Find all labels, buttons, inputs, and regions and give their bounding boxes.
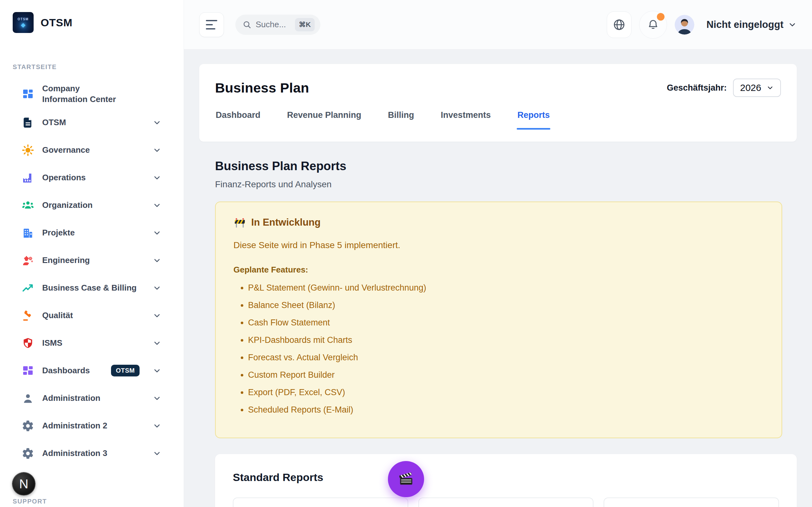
sidebar-item-projekte[interactable]: Projekte bbox=[13, 223, 184, 243]
sidebar: OTSM OTSM STARTSEITE Company Information… bbox=[0, 0, 184, 507]
sidebar-item-business-case-billing[interactable]: Business Case & Billing bbox=[13, 278, 184, 298]
gear-icon bbox=[21, 419, 34, 432]
tab-revenue-planning[interactable]: Revenue Planning bbox=[287, 110, 362, 130]
sidebar-toggle-button[interactable] bbox=[199, 12, 224, 37]
report-card[interactable] bbox=[418, 498, 594, 507]
tab-reports[interactable]: Reports bbox=[517, 110, 550, 130]
main-column: ⌘K Nicht eingeloggt Business Plan bbox=[184, 0, 812, 507]
app-window: OTSM OTSM STARTSEITE Company Information… bbox=[0, 0, 812, 507]
tab-dashboard[interactable]: Dashboard bbox=[215, 110, 261, 130]
topbar: ⌘K Nicht eingeloggt bbox=[184, 0, 812, 49]
sidebar-item-dashboards[interactable]: Dashboards OTSM bbox=[13, 361, 184, 381]
construction-icon bbox=[234, 216, 246, 229]
notification-dot bbox=[657, 13, 664, 20]
content-area: Business Plan Geschäftsjahr: 2026 Dashbo… bbox=[184, 49, 812, 507]
user-menu[interactable]: Nicht eingeloggt bbox=[706, 19, 797, 31]
sidebar-item-qualit-t[interactable]: Qualität bbox=[13, 306, 184, 326]
report-card[interactable]: $ bbox=[604, 498, 779, 507]
fab-clapperboard-button[interactable] bbox=[388, 461, 424, 497]
chevron-down-icon bbox=[153, 284, 161, 292]
grid-purple-icon bbox=[21, 364, 34, 377]
otsm-badge: OTSM bbox=[111, 365, 140, 377]
chevron-down-icon bbox=[153, 146, 161, 155]
feature-item: Export (PDF, Excel, CSV) bbox=[248, 388, 764, 397]
chevron-down-icon bbox=[153, 394, 161, 403]
clapperboard-icon bbox=[397, 470, 415, 488]
sidebar-item-administration-3[interactable]: Administration 3 bbox=[13, 444, 184, 463]
language-button[interactable] bbox=[607, 11, 631, 38]
sidebar-item-operations[interactable]: Operations bbox=[13, 168, 184, 187]
feature-item: KPI-Dashboards mit Charts bbox=[248, 335, 764, 345]
sidebar-item-isms[interactable]: ISMS bbox=[13, 333, 184, 353]
reports-heading: Business Plan Reports bbox=[215, 159, 796, 173]
person-icon bbox=[21, 392, 34, 405]
in-development-notice: In Entwicklung Diese Seite wird in Phase… bbox=[215, 202, 782, 438]
notice-body: Diese Seite wird in Phase 5 implementier… bbox=[234, 240, 764, 250]
engineer-icon bbox=[21, 254, 34, 267]
business-plan-card: Business Plan Geschäftsjahr: 2026 Dashbo… bbox=[199, 64, 797, 142]
chevron-down-icon bbox=[153, 118, 161, 127]
bell-icon bbox=[647, 18, 659, 31]
user-photo-icon bbox=[675, 15, 694, 35]
notice-title: In Entwicklung bbox=[251, 217, 321, 228]
search-shortcut-badge: ⌘K bbox=[295, 18, 315, 32]
features-label: Geplante Features: bbox=[234, 265, 764, 275]
menu-icon bbox=[206, 20, 217, 21]
sidebar-item-engineering[interactable]: Engineering bbox=[13, 250, 184, 270]
chevron-down-icon bbox=[153, 421, 161, 430]
shield-icon bbox=[21, 337, 34, 349]
brand-name: OTSM bbox=[41, 16, 72, 29]
avatar[interactable] bbox=[675, 15, 694, 35]
search-box[interactable]: ⌘K bbox=[235, 14, 320, 35]
reports-subheading: Finanz-Reports und Analysen bbox=[215, 179, 796, 189]
people-icon bbox=[21, 199, 34, 212]
search-icon bbox=[242, 20, 252, 30]
fiscal-year-label: Geschäftsjahr: bbox=[667, 83, 727, 93]
chevron-down-icon bbox=[788, 20, 797, 29]
feature-item: Balance Sheet (Bilanz) bbox=[248, 300, 764, 310]
chevron-down-icon bbox=[153, 228, 161, 237]
standard-reports-heading: Standard Reports bbox=[233, 471, 779, 484]
fiscal-year-value: 2026 bbox=[740, 82, 761, 93]
gear-icon bbox=[21, 447, 34, 460]
feature-item: Cash Flow Statement bbox=[248, 318, 764, 328]
fiscal-year-select[interactable]: 2026 bbox=[733, 78, 781, 97]
feature-item: Forecast vs. Actual Vergleich bbox=[248, 353, 764, 362]
tab-investments[interactable]: Investments bbox=[440, 110, 492, 130]
chevron-down-icon bbox=[153, 366, 161, 375]
globe-icon bbox=[612, 18, 626, 32]
chevron-down-icon bbox=[153, 256, 161, 265]
notifications-button[interactable] bbox=[639, 11, 667, 39]
report-card[interactable] bbox=[233, 498, 408, 507]
tab-billing[interactable]: Billing bbox=[387, 110, 415, 130]
sidebar-item-otsm[interactable]: OTSM bbox=[13, 113, 184, 132]
sidebar-item-company-information-center[interactable]: Company Information Center bbox=[13, 83, 184, 105]
sidebar-item-organization[interactable]: Organization bbox=[13, 195, 184, 215]
brand-row[interactable]: OTSM OTSM bbox=[0, 0, 184, 33]
search-input[interactable] bbox=[256, 20, 291, 30]
otsm-logo: OTSM bbox=[13, 12, 34, 33]
chevron-down-icon bbox=[153, 449, 161, 458]
building-icon bbox=[21, 227, 34, 239]
logo-text: OTSM bbox=[18, 17, 29, 21]
feature-item: P&L Statement (Gewinn- und Verlustrechnu… bbox=[248, 283, 764, 293]
user-status-label: Nicht eingeloggt bbox=[706, 19, 783, 31]
features-list: P&L Statement (Gewinn- und Verlustrechnu… bbox=[234, 283, 764, 415]
chevron-down-icon bbox=[153, 339, 161, 348]
standard-reports-card: Standard Reports $ bbox=[215, 454, 797, 507]
gavel-icon bbox=[21, 309, 34, 322]
page-title: Business Plan bbox=[215, 80, 309, 96]
grid-blue-icon bbox=[21, 88, 34, 101]
tab-bar: Dashboard Revenue Planning Billing Inves… bbox=[215, 110, 781, 130]
trend-icon bbox=[21, 282, 34, 294]
sidebar-item-governance[interactable]: Governance bbox=[13, 140, 184, 160]
butterfly-glow-icon bbox=[21, 22, 26, 28]
sidebar-nav: Company Information Center OTSM Governan… bbox=[0, 83, 184, 463]
document-icon bbox=[21, 116, 34, 129]
dev-indicator-badge[interactable]: N bbox=[12, 472, 36, 496]
sidebar-section-support: SUPPORT bbox=[13, 498, 47, 505]
sidebar-item-administration-2[interactable]: Administration 2 bbox=[13, 416, 184, 436]
sidebar-item-administration[interactable]: Administration bbox=[13, 389, 184, 408]
feature-item: Scheduled Reports (E-Mail) bbox=[248, 405, 764, 415]
factory-icon bbox=[21, 171, 34, 184]
